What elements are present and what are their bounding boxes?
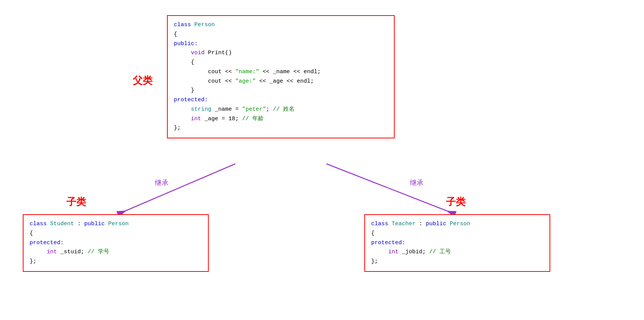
person-line9: protected:	[174, 96, 388, 105]
teacher-line5: };	[371, 257, 543, 267]
inherit-left-label: 继承	[155, 178, 168, 187]
ziclass-left-label: 子类	[66, 195, 86, 209]
student-line5: };	[30, 257, 202, 267]
fuclass-label: 父类	[133, 74, 153, 87]
teacher-line3: protected:	[371, 238, 543, 248]
student-line1: class Student : public Person	[30, 220, 202, 229]
person-line3: public:	[174, 39, 388, 49]
person-line4: void Print()	[174, 49, 388, 58]
person-line12: };	[174, 124, 388, 133]
student-line4: int _stuid; // 学号	[30, 248, 202, 257]
student-line2: {	[30, 229, 202, 238]
person-line8: }	[174, 86, 388, 96]
student-box: class Student : public Person { protecte…	[23, 214, 209, 272]
inherit-right-label: 继承	[410, 178, 424, 187]
inherit-right-arrow	[326, 164, 455, 214]
person-line7: cout << "age:" << _age << endl;	[174, 77, 388, 86]
person-line5: {	[174, 58, 388, 67]
teacher-line2: {	[371, 229, 543, 238]
ziclass-right-label: 子类	[446, 195, 466, 209]
teacher-box: class Teacher : public Person { protecte…	[364, 214, 550, 272]
diagram-container: class Person { public: void Print() { co…	[0, 0, 644, 320]
inherit-left-arrow	[118, 164, 235, 214]
person-line10: string _name = "peter"; // 姓名	[174, 105, 388, 115]
teacher-line4: int _jobid; // 工号	[371, 248, 543, 257]
person-line11: int _age = 18; // 年龄	[174, 115, 388, 124]
person-line1: class Person	[174, 20, 388, 30]
person-line2: {	[174, 30, 388, 39]
person-line6: cout << "name:" << _name << endl;	[174, 67, 388, 77]
teacher-line1: class Teacher : public Person	[371, 220, 543, 229]
person-box: class Person { public: void Print() { co…	[167, 15, 395, 138]
student-line3: protected:	[30, 238, 202, 248]
